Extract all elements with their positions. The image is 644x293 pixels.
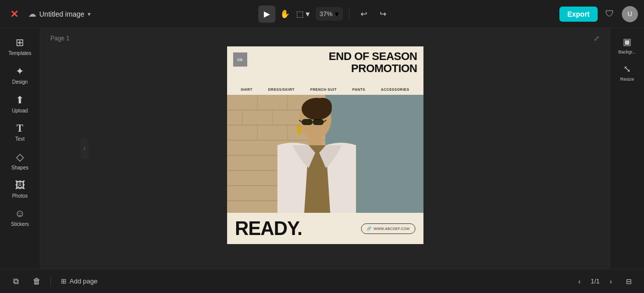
sidebar-label-upload: Upload: [12, 108, 28, 113]
sidebar-item-photos[interactable]: 🖼 Photos: [3, 175, 37, 202]
undo-redo-group: ↩ ↪: [355, 6, 392, 23]
bottom-separator: [50, 276, 51, 286]
zoom-value: 37%: [320, 10, 333, 18]
design-headline-line1: END OF SEASON: [329, 50, 417, 63]
sidebar-item-upload[interactable]: ⬆ Upload: [3, 90, 37, 116]
sidebar-item-design[interactable]: ✦ Design: [3, 61, 37, 88]
design-logo-text: CG: [237, 58, 243, 62]
page-expand-icon[interactable]: ⤢: [594, 34, 600, 42]
page-indicator: 1/1: [591, 277, 600, 285]
toolbar-separator: [349, 8, 349, 20]
design-url-text: WWW.ABCDEF.COM: [374, 227, 409, 230]
page-label-row: Page 1 ⤢: [40, 28, 610, 46]
sidebar-item-shapes[interactable]: ◇ Shapes: [3, 147, 37, 173]
nav-pants: PANTS: [352, 88, 366, 91]
nav-shirt: SHIRT: [241, 88, 253, 91]
sidebar-label-text: Text: [15, 136, 24, 142]
bottom-right: ‹ 1/1 › ⊟: [573, 274, 636, 288]
export-button[interactable]: Export: [559, 7, 598, 22]
page-label: Page 1: [50, 35, 69, 42]
sidebar-item-resize[interactable]: ⤡ Resize: [613, 60, 641, 85]
photos-icon: 🖼: [15, 180, 25, 191]
svg-rect-21: [313, 119, 324, 125]
design-ready-text: READY.: [235, 218, 302, 240]
frame-tool-button[interactable]: ⬚ ▾: [295, 6, 312, 23]
design-logo: CG: [233, 52, 247, 67]
undo-button[interactable]: ↩: [355, 6, 373, 23]
sidebar-label-resize: Resize: [620, 77, 634, 82]
svg-rect-20: [302, 119, 313, 125]
left-sidebar: ⊞ Templates ✦ Design ⬆ Upload T Text ◇ S…: [0, 28, 40, 269]
design-icon: ✦: [16, 65, 24, 77]
sidebar-item-text[interactable]: T Text: [3, 119, 37, 145]
sidebar-item-background[interactable]: ▣ Backgr...: [613, 32, 641, 57]
sidebar-label-templates: Templates: [9, 50, 32, 56]
next-page-button[interactable]: ›: [604, 274, 618, 288]
sidebar-collapse-handle[interactable]: ‹: [81, 139, 89, 159]
add-page-label: Add page: [69, 277, 98, 285]
header-right: Export 🛡 U: [559, 6, 638, 22]
bottom-bar: ⧉ 🗑 ⊞ Add page ‹ 1/1 › ⊟: [0, 269, 644, 293]
cloud-icon: ☁: [28, 9, 36, 19]
sidebar-label-stickers: Stickers: [11, 221, 29, 227]
stickers-icon: ☺: [15, 208, 25, 219]
zoom-chevron-icon: ▾: [335, 9, 339, 19]
sidebar-label-background: Backgr...: [618, 49, 636, 54]
background-icon: ▣: [623, 36, 631, 47]
delete-page-button[interactable]: 🗑: [29, 274, 44, 289]
logo-button[interactable]: ✕: [6, 6, 22, 22]
zoom-control[interactable]: 37% ▾: [316, 7, 343, 21]
design-fashion-image: [227, 95, 423, 214]
design-headline: END OF SEASON PROMOTION: [329, 50, 417, 75]
design-headline-line2: PROMOTION: [329, 63, 417, 75]
grid-view-button[interactable]: ⊟: [622, 274, 636, 288]
prev-page-button[interactable]: ‹: [573, 274, 587, 288]
design-nav: SHIRT DRESS/SKIRT FRENCH SUIT PANTS ACCE…: [227, 86, 423, 93]
header-toolbar: ▶ ✋ ⬚ ▾ 37% ▾ ↩ ↪: [95, 6, 555, 23]
add-page-icon: ⊞: [61, 277, 66, 285]
canvas-area[interactable]: Page 1 ⤢ CG END OF SEASON PROMOTION: [40, 28, 610, 269]
upload-icon: ⬆: [16, 94, 24, 106]
document-title[interactable]: Untitled image: [39, 10, 85, 18]
add-page-button[interactable]: ⊞ Add page: [57, 275, 102, 287]
sidebar-label-shapes: Shapes: [12, 165, 29, 170]
sidebar-label-design: Design: [12, 79, 28, 85]
shapes-icon: ◇: [16, 151, 24, 163]
nav-accessories: ACCESSORIES: [381, 88, 409, 91]
right-sidebar: ▣ Backgr... ⤡ Resize: [610, 28, 644, 269]
design-canvas[interactable]: CG END OF SEASON PROMOTION SHIRT DRESS/S…: [227, 46, 423, 244]
design-link-icon: 🔗: [367, 226, 372, 231]
hand-tool-button[interactable]: ✋: [276, 6, 294, 23]
user-avatar[interactable]: U: [622, 6, 638, 22]
tool-group: ▶ ✋ ⬚ ▾: [258, 6, 312, 23]
nav-dress: DRESS/SKIRT: [268, 88, 295, 91]
design-url-pill: 🔗 WWW.ABCDEF.COM: [361, 223, 415, 234]
canvas-region: ‹ Page 1 ⤢ CG END OF SEASON PRO: [40, 28, 644, 269]
sidebar-label-photos: Photos: [12, 193, 28, 199]
main-layout: ⊞ Templates ✦ Design ⬆ Upload T Text ◇ S…: [0, 28, 644, 269]
title-chevron-icon[interactable]: ▾: [88, 11, 91, 18]
copy-page-button[interactable]: ⧉: [8, 274, 23, 289]
sidebar-item-stickers[interactable]: ☺ Stickers: [3, 204, 37, 230]
sidebar-item-templates[interactable]: ⊞ Templates: [3, 32, 37, 59]
select-tool-button[interactable]: ▶: [258, 6, 275, 23]
svg-point-19: [314, 98, 332, 114]
redo-button[interactable]: ↪: [375, 6, 392, 23]
canvas-wrapper[interactable]: CG END OF SEASON PROMOTION SHIRT DRESS/S…: [227, 46, 423, 244]
header: ✕ ☁ Untitled image ▾ ▶ ✋ ⬚ ▾ 37% ▾ ↩ ↪ E…: [0, 0, 644, 28]
nav-suit: FRENCH SUIT: [310, 88, 337, 91]
resize-icon: ⤡: [623, 64, 631, 75]
text-icon: T: [17, 123, 23, 134]
design-top-area: CG END OF SEASON PROMOTION: [227, 46, 423, 87]
templates-icon: ⊞: [16, 36, 24, 48]
title-group: ☁ Untitled image ▾: [28, 9, 91, 19]
svg-point-25: [297, 128, 301, 135]
shield-icon[interactable]: 🛡: [602, 6, 618, 22]
design-bottom: READY. 🔗 WWW.ABCDEF.COM: [227, 213, 423, 244]
